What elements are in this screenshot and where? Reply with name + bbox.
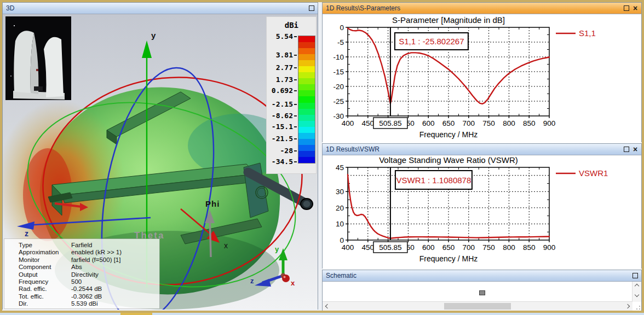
colorbar-band: [298, 127, 315, 133]
triad-y-label: y: [275, 245, 279, 253]
vswr-title: 1D Results\VSWR: [326, 145, 380, 153]
info-value: Farfield: [71, 242, 92, 249]
info-row: Tot. effic.-0.3062 dB: [4, 293, 159, 300]
sparam-chart-area: S1,1 : -25.80226740045055060065070075080…: [323, 14, 641, 144]
info-label: Rad. effic.: [4, 285, 71, 293]
legend-label[interactable]: VSWR1: [579, 168, 608, 178]
info-value: Abs: [71, 264, 82, 271]
info-row: Frequency500: [4, 278, 159, 285]
sparam-title: 1D Results\S-Parameters: [326, 4, 400, 12]
3d-title: 3D: [6, 4, 14, 12]
svg-text:-15: -15: [333, 68, 344, 76]
dbi-colorbar: dBi 5.543.812.771.730.692-2.15-8.62-15.1…: [266, 16, 317, 174]
maximize-button[interactable]: [623, 4, 630, 12]
marker-value-text: VSWR1 : 1.1080878: [396, 176, 472, 185]
phi-label: Phi: [205, 199, 220, 208]
colorbar-tick: [294, 104, 297, 105]
resize-grip[interactable]: [634, 303, 640, 310]
maximize-icon: [624, 147, 629, 152]
colorbar-band: [298, 72, 315, 78]
svg-text:400: 400: [342, 243, 354, 252]
colorbar-band: [298, 157, 315, 163]
chevron-up-icon: [635, 284, 639, 288]
colorbar-tick: [294, 150, 297, 151]
maximize-button[interactable]: [631, 272, 639, 279]
sparam-panel: 1D Results\S-Parameters × S1,1 : -25.802…: [322, 2, 642, 142]
colorbar-band: [298, 145, 315, 151]
chevron-down-icon: [635, 293, 639, 297]
info-value: -0.3062 dB: [71, 293, 102, 300]
svg-text:850: 850: [523, 243, 536, 252]
scroll-down-button[interactable]: [633, 290, 641, 299]
info-value: 5.539 dBi: [71, 300, 98, 307]
info-label: Frequency: [4, 278, 71, 285]
colorbar-band: [298, 151, 315, 157]
svg-text:600: 600: [422, 119, 435, 127]
colorbar-value: -15.1: [272, 122, 293, 131]
farfield-info-table: TypeFarfieldApproximationenabled (kR >> …: [4, 239, 159, 308]
info-row: OutputDirectivity: [4, 271, 159, 278]
svg-text:450: 450: [362, 119, 375, 127]
chart-title: S-Parameter [Magnitude in dB]: [392, 15, 505, 25]
maximize-button[interactable]: [623, 145, 630, 153]
scroll-left-button[interactable]: [323, 305, 332, 308]
maximize-icon: [633, 273, 638, 278]
schematic-canvas[interactable]: [323, 282, 641, 311]
info-row: TypeFarfield: [4, 242, 159, 249]
legend-label[interactable]: S1,1: [579, 28, 596, 38]
scroll-up-button[interactable]: [633, 282, 641, 290]
colorbar-band: [298, 109, 315, 115]
marker-x-text: 505.85: [379, 243, 401, 252]
vswr-chart: VSWR1 : 1.108087840045055060065070075080…: [323, 155, 641, 269]
svg-text:-30: -30: [333, 112, 344, 120]
svg-text:-25: -25: [333, 97, 344, 106]
vertical-scrollbar[interactable]: [632, 282, 641, 302]
colorbar-value: -8.62: [272, 112, 293, 120]
maximize-icon: [309, 5, 314, 11]
info-value: -0.2544 dB: [71, 285, 102, 293]
window-bottom-edge: [0, 313, 644, 315]
colorbar-band: [298, 121, 315, 127]
svg-text:600: 600: [422, 243, 435, 252]
colorbar-value: -21.5: [272, 135, 293, 143]
info-row: Rad. effic.-0.2544 dB: [4, 285, 159, 293]
colorbar-tick: [294, 79, 297, 80]
colorbar-tick: [294, 67, 297, 68]
schematic-titlebar[interactable]: Schematic: [323, 270, 641, 282]
sparam-titlebar[interactable]: 1D Results\S-Parameters ×: [323, 3, 641, 14]
svg-text:900: 900: [543, 119, 556, 127]
horizontal-scrollbar[interactable]: [323, 301, 633, 311]
marker-x-text: 505.85: [379, 119, 401, 127]
svg-text:800: 800: [503, 243, 515, 252]
info-label: Tot. effic.: [4, 293, 71, 300]
close-button[interactable]: ×: [631, 4, 639, 12]
scrollbar-thumb[interactable]: [444, 303, 511, 310]
colorbar-value: -28: [280, 147, 293, 155]
maximize-button[interactable]: [308, 4, 315, 12]
svg-text:-10: -10: [333, 53, 344, 61]
3d-viewport[interactable]: y z x Phi Theta: [3, 14, 318, 310]
colorbar-band: [298, 84, 315, 90]
maximize-icon: [624, 5, 629, 11]
colorbar-band: [298, 115, 315, 121]
schematic-title: Schematic: [326, 272, 357, 279]
colorbar-band: [298, 139, 315, 145]
svg-text:650: 650: [442, 243, 455, 252]
colorbar-tick: [294, 126, 297, 127]
colorbar-title: dBi: [285, 21, 298, 30]
scroll-right-button[interactable]: [623, 305, 633, 308]
colorbar-value: 5.54: [276, 32, 293, 40]
svg-text:30: 30: [336, 188, 344, 196]
3d-titlebar[interactable]: 3D: [3, 3, 318, 14]
colorbar-value: -34.5: [272, 158, 293, 166]
info-row: Monitorfarfield (f=500) [1]: [4, 256, 159, 264]
close-icon: ×: [633, 147, 637, 152]
vswr-titlebar[interactable]: 1D Results\VSWR ×: [323, 144, 641, 155]
3d-panel: 3D: [2, 2, 318, 310]
schematic-component-icon[interactable]: [479, 290, 485, 295]
info-label: Dir.: [4, 300, 71, 307]
close-button[interactable]: ×: [631, 145, 639, 153]
colorbar-value: 1.73: [276, 75, 293, 84]
chevron-right-icon: [625, 304, 630, 308]
colorbar-value: 2.77: [276, 63, 293, 72]
